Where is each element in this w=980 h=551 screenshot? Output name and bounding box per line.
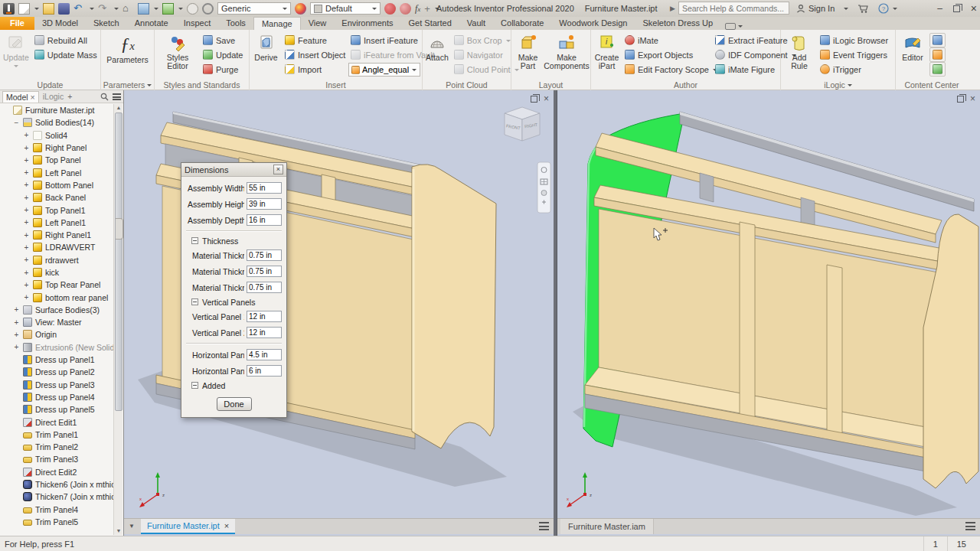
new-file-dropdown-icon[interactable] xyxy=(34,8,39,12)
doc-tab-furniture-master-iam[interactable]: Furniture Master.iam xyxy=(560,519,654,534)
assembly-width-input[interactable] xyxy=(247,182,282,194)
tree-item[interactable]: +Top Panel1 xyxy=(0,204,113,216)
tree-item[interactable]: Trim Panel2 xyxy=(0,441,113,453)
tree-expander-icon[interactable]: + xyxy=(23,181,30,188)
store-cart-icon[interactable] xyxy=(858,4,869,14)
measure-quick-icon[interactable]: + xyxy=(424,3,430,15)
home-button[interactable]: ⌂ xyxy=(122,3,134,15)
add-rule-button[interactable]: Add Rule xyxy=(782,32,816,70)
dialog-close-button[interactable]: × xyxy=(273,165,283,174)
ribbon-tab-view[interactable]: View xyxy=(301,17,335,30)
ribbon-tab-woodwork-design[interactable]: Woodwork Design xyxy=(551,17,635,30)
update-mass-button[interactable]: Update Mass xyxy=(32,47,100,62)
collapse-section-icon[interactable] xyxy=(191,382,198,389)
update-button[interactable]: Update xyxy=(2,32,31,70)
tree-item[interactable]: +View: Master xyxy=(0,316,113,328)
browser-scrollbar-thumb[interactable] xyxy=(115,112,122,411)
ribbon-tab-vault[interactable]: Vault xyxy=(459,17,493,30)
tree-item[interactable]: +Origin xyxy=(0,328,113,341)
insert-component-button[interactable] xyxy=(162,3,174,15)
style-purge-button[interactable]: Purge xyxy=(201,62,245,77)
doc-close-icon[interactable]: × xyxy=(544,93,549,104)
undo-button[interactable]: ↶ xyxy=(74,3,85,15)
tree-expander-icon[interactable]: + xyxy=(23,256,30,263)
browser-search-icon[interactable] xyxy=(100,93,109,101)
render-button[interactable] xyxy=(138,3,149,15)
tree-item[interactable]: +LDRAWVERT xyxy=(0,241,113,253)
dialog-section-thickness[interactable]: Thickness xyxy=(186,234,282,247)
assembly-model-canvas[interactable]: zx xyxy=(557,90,980,519)
help-arrow-icon[interactable] xyxy=(893,8,897,12)
tree-item[interactable]: Dress up Panel1 xyxy=(0,354,113,366)
material-thickness-1-input[interactable] xyxy=(247,249,282,261)
style-save-button[interactable]: Save xyxy=(201,33,245,47)
tree-item[interactable]: +Surface Bodies(3) xyxy=(0,304,113,316)
cc-batch-publish-button[interactable] xyxy=(929,47,946,62)
tree-item[interactable]: −Solid Bodies(14) xyxy=(0,116,113,129)
ribbon-tab-tools[interactable]: Tools xyxy=(218,17,253,30)
sign-in-label[interactable]: Sign In xyxy=(808,4,835,13)
angle-equal-combo[interactable]: Angle_equal xyxy=(348,63,420,77)
doc-tab-list-arrow-icon[interactable]: ▼ xyxy=(129,523,135,530)
ribbon-tab-sketch[interactable]: Sketch xyxy=(86,17,127,30)
tree-item[interactable]: +Top Panel xyxy=(0,154,113,166)
tree-item[interactable]: Trim Panel5 xyxy=(0,516,113,528)
cloud-point-button[interactable]: Cloud Point xyxy=(452,62,521,77)
restore-button[interactable] xyxy=(953,5,960,12)
right-tabbar-menu-icon[interactable] xyxy=(965,522,975,530)
assembly-doc-restore-icon[interactable] xyxy=(957,96,964,103)
tree-item[interactable]: Dress up Panel2 xyxy=(0,366,113,378)
scroll-up-icon[interactable]: ▲ xyxy=(116,105,122,111)
ribbon-tab-file[interactable]: File xyxy=(0,17,34,30)
group-label-parameters[interactable]: Parameters xyxy=(103,80,152,90)
minimize-button[interactable]: – xyxy=(937,3,942,14)
insert-dropdown-icon[interactable] xyxy=(178,8,183,12)
tree-expander-icon[interactable]: + xyxy=(23,282,30,289)
search-input[interactable] xyxy=(678,2,789,15)
tree-expander-icon[interactable]: + xyxy=(23,132,30,139)
group-label-ilogic[interactable]: iLogic xyxy=(782,80,893,90)
redo-dropdown-icon[interactable] xyxy=(114,8,119,12)
edit-factory-scope-button[interactable]: Edit Factory Scope xyxy=(622,62,711,77)
derive-button[interactable]: Derive xyxy=(251,32,281,62)
browser-menu-icon[interactable] xyxy=(113,93,121,100)
tree-item[interactable]: Dress up Panel4 xyxy=(0,391,113,403)
undo-dropdown-icon[interactable] xyxy=(90,8,94,12)
tree-item[interactable]: +Top Rear Panel xyxy=(0,279,113,291)
parameters-button[interactable]: ƒx Parameters xyxy=(105,32,151,64)
idf-component-button[interactable]: IDF Component xyxy=(713,47,779,62)
new-file-button[interactable] xyxy=(18,3,30,15)
viewport-assembly[interactable]: zx × Furniture Master.iam xyxy=(557,90,980,536)
done-button[interactable]: Done xyxy=(217,397,252,411)
help-sphere-icon[interactable] xyxy=(202,3,214,15)
tree-expander-icon[interactable]: + xyxy=(13,306,20,313)
tree-item[interactable]: Trim Panel4 xyxy=(0,504,113,516)
imate-button[interactable]: iMate xyxy=(622,33,711,47)
tree-item[interactable]: Trim Panel1 xyxy=(0,429,113,441)
event-triggers-button[interactable]: Event Triggers xyxy=(818,47,890,62)
tree-item[interactable]: +Left Panel1 xyxy=(0,217,113,229)
material-thickness-2-input[interactable] xyxy=(247,266,282,277)
cc-update-styles-button[interactable] xyxy=(929,62,946,77)
export-objects-button[interactable]: Export Objects xyxy=(622,47,711,62)
make-components-button[interactable]: Make Components xyxy=(544,32,589,70)
ribbon-tab-inspect[interactable]: Inspect xyxy=(176,17,218,30)
tree-expander-icon[interactable]: + xyxy=(13,331,20,338)
assembly-depth-input[interactable] xyxy=(247,214,282,226)
extract-ifeature-button[interactable]: Extract iFeature xyxy=(713,33,779,47)
tree-item[interactable]: +kick xyxy=(0,266,113,279)
tree-item[interactable]: +Left Panel xyxy=(0,166,113,178)
itrigger-button[interactable]: iTrigger xyxy=(818,62,890,77)
close-button[interactable]: × xyxy=(971,2,977,15)
collapse-arrow-icon[interactable]: ▶ xyxy=(670,5,675,12)
browser-add-tab-button[interactable]: + xyxy=(67,92,72,101)
parameters-quick-icon[interactable]: fx xyxy=(415,3,420,15)
tree-item[interactable]: +rdrawvert xyxy=(0,254,113,266)
vertical-panel-2-input[interactable] xyxy=(247,327,282,338)
tree-expander-icon[interactable]: + xyxy=(23,294,30,301)
tree-expander-icon[interactable]: + xyxy=(23,244,30,251)
scroll-down-icon[interactable]: ▼ xyxy=(116,528,122,534)
ilogic-browser-button[interactable]: iLogic Browser xyxy=(818,33,890,47)
ribbon-tab-3d-model[interactable]: 3D Model xyxy=(34,17,86,30)
tree-expander-icon[interactable]: + xyxy=(23,269,30,276)
